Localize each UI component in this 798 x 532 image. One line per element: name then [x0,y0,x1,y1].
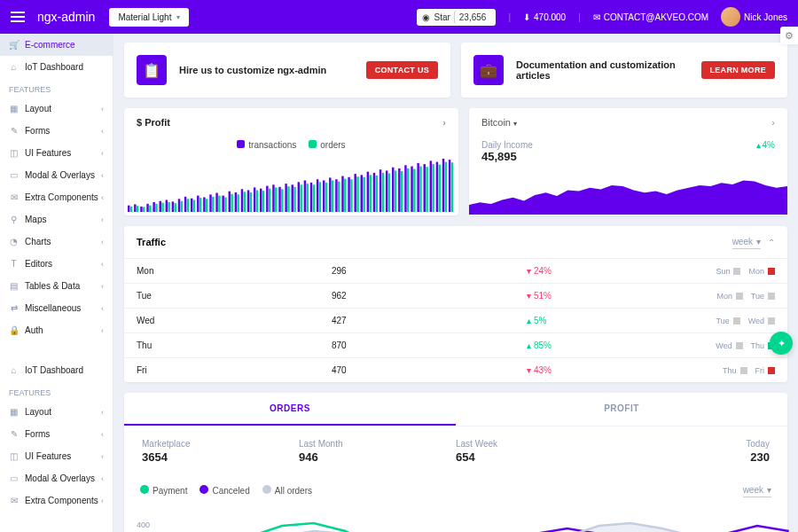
chevron-left-icon: ‹ [101,260,104,269]
sidebar-item-label: Miscellaneous [25,303,81,313]
traffic-sparkline: Wed Thu [716,341,775,350]
promo-button[interactable]: CONTACT US [366,61,438,79]
stat-label: Marketplace [142,439,299,449]
sidebar-item-auth[interactable]: 🔒Auth‹ [0,319,113,341]
legend-swatch [237,140,245,148]
svg-rect-76 [367,172,369,212]
sidebar-item-extra-components[interactable]: ✉Extra Components‹ [0,186,113,208]
sidebar-item-iot-dashboard[interactable]: ⌂IoT Dashboard [0,359,113,381]
svg-rect-82 [386,170,387,212]
down-arrow-icon: ▾ [527,291,531,301]
sidebar-item-modal-overlays[interactable]: ▭Modal & Overlays‹ [0,467,113,489]
spark-swatch [768,268,775,275]
theme-selector[interactable]: Material Light ▾ [109,8,189,27]
expand-icon[interactable]: › [442,117,446,128]
traffic-row: Wed 427 ▴ 5% Tue Wed [124,308,787,332]
collapse-icon[interactable]: ⌃ [768,238,775,247]
sidebar-item-miscellaneous[interactable]: ⇄Miscellaneous‹ [0,297,113,319]
contact-link[interactable]: ✉ CONTACT@AKVEO.COM [593,12,708,22]
chevron-left-icon: ‹ [101,238,104,246]
tab-orders[interactable]: ORDERS [124,393,456,426]
contact-email: CONTACT@AKVEO.COM [604,12,708,22]
sidebar-item-label: E-commerce [25,40,75,50]
sidebar-item-forms[interactable]: ✎Forms‹ [0,120,113,142]
spark-swatch [768,367,775,374]
svg-rect-32 [229,192,231,212]
svg-rect-48 [278,187,280,212]
spark-swatch [733,317,740,325]
sidebar-item-layout[interactable]: ▦Layout‹ [0,98,113,120]
tab-profit[interactable]: PROFIT [456,393,787,426]
chevron-left-icon: ‹ [101,105,104,113]
legend-item: Canceled [200,485,249,496]
sidebar-item-label: Modal & Overlays [25,170,95,180]
sidebar-item-editors[interactable]: TEditors‹ [0,253,113,275]
settings-gear-icon[interactable]: ⚙ [780,27,798,44]
traffic-value: 427 [332,316,527,325]
chevron-left-icon: ‹ [101,127,104,136]
sidebar-item-ui-features[interactable]: ◫UI Features‹ [0,142,113,164]
sidebar-item-charts[interactable]: ◔Charts‹ [0,231,113,253]
svg-rect-46 [272,184,274,212]
spark-swatch [733,268,740,275]
svg-rect-64 [329,177,331,212]
spark-swatch [740,367,747,374]
chevron-down-icon: ▾ [756,237,761,246]
traffic-sparkline: Tue Wed [716,317,775,325]
sidebar-item-ui-features[interactable]: ◫UI Features‹ [0,445,113,467]
svg-rect-60 [317,179,318,212]
promo-text: Hire us to customize ngx-admin [179,65,354,75]
svg-rect-4 [140,207,142,212]
svg-rect-44 [266,186,268,212]
traffic-sparkline: Thu Fri [723,366,775,375]
up-arrow-icon: ▴ [527,316,531,325]
github-star-button[interactable]: ◉ Star 23,656 [417,9,496,26]
legend-swatch [200,485,208,494]
editors-icon: T [9,259,19,269]
chevron-left-icon: ‹ [101,282,104,291]
sidebar-item-tables-data[interactable]: ▤Tables & Data‹ [0,275,113,297]
svg-rect-0 [128,206,129,212]
user-menu[interactable]: Nick Jones [721,7,787,27]
traffic-value: 870 [332,340,527,350]
stat-value: 3654 [142,450,299,464]
svg-rect-67 [338,182,340,212]
svg-rect-33 [231,194,232,212]
menu-toggle-icon[interactable] [11,12,25,22]
svg-rect-86 [398,168,400,212]
expand-icon[interactable]: › [771,117,775,128]
crypto-selector[interactable]: Bitcoin ▾ › [469,108,787,137]
sidebar-item-maps[interactable]: ⚲Maps‹ [0,208,113,231]
svg-rect-22 [197,196,199,212]
sidebar-item-extra-components[interactable]: ✉Extra Components‹ [0,489,113,512]
sidebar-item-e-commerce[interactable]: 🛒E-commerce [0,34,113,56]
chevron-left-icon: ‹ [101,326,104,335]
svg-rect-71 [350,179,352,212]
legend-item: transactions [237,140,296,150]
downloads-link[interactable]: ⬇ 470.000 [523,12,566,22]
sidebar-item-layout[interactable]: ▦Layout‹ [0,401,113,423]
github-star-label: Star [434,12,450,22]
profit-chart [124,153,458,215]
sidebar-item-modal-overlays[interactable]: ▭Modal & Overlays‹ [0,164,113,186]
traffic-value: 470 [332,365,527,375]
svg-rect-16 [178,199,180,212]
sidebar-item-iot-dashboard[interactable]: ⌂IoT Dashboard [0,56,113,78]
svg-rect-24 [203,197,205,212]
chevron-left-icon: ‹ [101,497,104,505]
miscellaneous-icon: ⇄ [9,303,19,313]
svg-rect-85 [395,170,396,212]
chat-fab-icon[interactable]: ✦ [770,332,793,355]
svg-rect-34 [235,192,237,212]
traffic-delta: ▴ 85% [527,340,633,350]
svg-rect-83 [388,173,390,212]
promo-button[interactable]: LEARN MORE [701,61,776,79]
svg-rect-94 [423,164,425,212]
traffic-row: Thu 870 ▴ 85% Wed Thu [124,332,787,357]
sidebar-item-forms[interactable]: ✎Forms‹ [0,423,113,445]
orders-period-selector[interactable]: week ▾ [743,483,771,497]
stat-value: 946 [299,450,456,464]
svg-rect-78 [373,173,375,212]
svg-rect-5 [143,207,145,212]
traffic-period-selector[interactable]: week ▾ [732,235,761,249]
